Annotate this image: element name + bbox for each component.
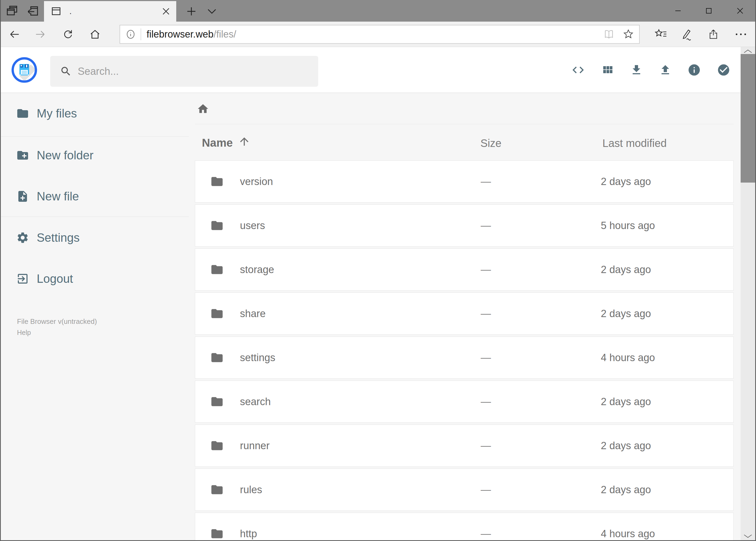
address-bar[interactable]: filebrowser.web/files/ [120, 25, 640, 44]
file-row-http[interactable]: http—4 hours ago [195, 513, 734, 541]
back-button[interactable] [3, 22, 25, 47]
settings-and-more-button[interactable] [729, 22, 752, 47]
file-size: — [481, 220, 491, 232]
scrollbar-thumb[interactable] [741, 54, 755, 183]
upload-icon [659, 64, 672, 76]
scrollbar-up-arrow[interactable] [743, 49, 752, 54]
tabs-set-aside-list-button[interactable] [2, 0, 22, 22]
file-row-version[interactable]: version—2 days ago [195, 161, 734, 203]
window-border-left [0, 0, 1, 541]
window-minimize-button[interactable] [665, 0, 690, 22]
column-header-size[interactable]: Size [480, 137, 501, 149]
toggle-shell-code-button[interactable] [566, 57, 591, 83]
download-button[interactable] [624, 57, 649, 83]
set-tabs-aside-button[interactable] [23, 0, 43, 22]
scrollbar-down-arrow[interactable] [743, 534, 752, 538]
filebrowser-logo[interactable] [11, 57, 37, 83]
refresh-button[interactable] [57, 22, 79, 47]
file-name: http [240, 528, 257, 540]
grid-view-icon [601, 64, 614, 76]
file-size: — [481, 176, 491, 188]
tabs-set-aside-icon [6, 4, 19, 17]
folder-icon [210, 439, 224, 452]
file-row-share[interactable]: share—2 days ago [195, 292, 734, 335]
sidebar-item-logout[interactable]: Logout [0, 264, 178, 293]
window-close-button[interactable] [728, 0, 752, 22]
sidebar-divider [0, 217, 189, 217]
share-button[interactable] [702, 22, 725, 47]
browser-tab[interactable]: . [44, 1, 176, 22]
folder-icon [16, 107, 29, 120]
sidebar-divider [0, 136, 189, 137]
sidebar-item-my-files[interactable]: My files [0, 99, 178, 128]
file-size: — [481, 352, 491, 363]
breadcrumb-divider [195, 124, 734, 124]
file-modified: 2 days ago [601, 264, 651, 275]
file-row-rules[interactable]: rules—2 days ago [195, 469, 734, 511]
download-icon [630, 64, 643, 76]
sidebar-item-label: My files [37, 107, 77, 120]
column-header-name[interactable]: Name [202, 136, 233, 149]
file-name: version [240, 176, 273, 188]
url-path: /files/ [213, 29, 236, 40]
folder-icon [210, 527, 224, 540]
browser-home-button[interactable] [84, 22, 106, 47]
file-size: — [481, 396, 491, 407]
check-circle-icon [717, 63, 730, 77]
search-input[interactable] [78, 66, 318, 77]
file-name: rules [240, 484, 262, 496]
url-host: filebrowser.web [146, 29, 213, 40]
file-modified: 4 hours ago [601, 352, 655, 363]
file-size: — [481, 484, 491, 496]
help-link[interactable]: Help [17, 327, 97, 338]
folder-icon [210, 175, 224, 188]
sidebar-item-new-folder[interactable]: New folder [0, 141, 178, 170]
search-box[interactable] [50, 56, 318, 87]
switch-view-button[interactable] [595, 57, 620, 83]
window-maximize-button[interactable] [696, 0, 721, 22]
tab-title: . [69, 6, 159, 16]
tab-close-button[interactable] [159, 5, 172, 18]
new-tab-button[interactable] [182, 1, 201, 22]
hub-favorites-button[interactable] [649, 22, 672, 47]
exit-to-app-icon [16, 272, 29, 285]
info-icon [687, 63, 701, 77]
sort-ascending-arrow-icon[interactable] [238, 135, 250, 148]
breadcrumb-home-button[interactable] [197, 101, 216, 117]
file-modified: 5 hours ago [601, 220, 655, 232]
tab-preview-chevron-button[interactable] [202, 1, 221, 22]
sidebar-item-label: Settings [37, 231, 80, 245]
app-content: My files New folder New file Settings Lo… [0, 93, 741, 541]
note-add-icon [16, 190, 29, 203]
column-header-modified[interactable]: Last modified [603, 137, 667, 149]
web-notes-pen-button[interactable] [675, 22, 698, 47]
file-row-settings[interactable]: settings—4 hours ago [195, 336, 734, 379]
forward-button[interactable] [29, 22, 52, 47]
file-modified: 2 days ago [601, 440, 651, 452]
file-name: storage [240, 264, 274, 275]
file-name: settings [240, 352, 275, 363]
settings-gear-icon [16, 231, 29, 244]
upload-button[interactable] [652, 57, 678, 83]
address-divider [140, 28, 141, 40]
file-row-search[interactable]: search—2 days ago [195, 380, 734, 423]
file-row-runner[interactable]: runner—2 days ago [195, 425, 734, 467]
app-version-text: File Browser v(untracked) [17, 316, 97, 327]
file-row-storage[interactable]: storage—2 days ago [195, 249, 734, 290]
add-favorite-star-icon[interactable] [620, 26, 637, 43]
sidebar-item-settings[interactable]: Settings [0, 223, 178, 253]
file-name: search [240, 396, 271, 407]
file-modified: 2 days ago [601, 176, 651, 188]
sidebar-item-new-file[interactable]: New file [0, 182, 178, 211]
sidebar-item-label: New file [37, 190, 79, 203]
app-header [0, 47, 741, 93]
file-row-users[interactable]: users—5 hours ago [195, 205, 734, 247]
file-size: — [481, 308, 491, 319]
select-multiple-button[interactable] [711, 57, 736, 83]
code-icon [571, 63, 585, 77]
file-info-button[interactable] [681, 57, 707, 83]
url-text[interactable]: filebrowser.web/files/ [146, 29, 236, 40]
reading-view-icon [600, 26, 618, 43]
vertical-scrollbar[interactable] [741, 47, 755, 541]
site-info-icon[interactable] [126, 29, 136, 39]
